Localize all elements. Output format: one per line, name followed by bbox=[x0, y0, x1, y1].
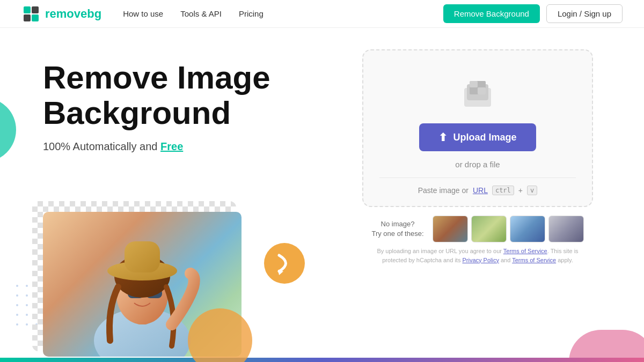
sample-thumb-3[interactable] bbox=[510, 216, 545, 242]
nav-link-how-to-use[interactable]: How to use bbox=[123, 7, 163, 20]
decoration-teal-circle bbox=[0, 98, 16, 162]
upload-arrow-icon: ⬆ bbox=[438, 131, 448, 144]
remove-background-button[interactable]: Remove Background bbox=[443, 4, 540, 23]
nav-link-pricing[interactable]: Pricing bbox=[239, 7, 264, 20]
upload-box: ⬆ Upload Image or drop a file Paste imag… bbox=[362, 49, 593, 207]
sample-thumbs bbox=[433, 216, 584, 242]
kbd-ctrl: ctrl bbox=[492, 186, 514, 195]
arrow-decoration bbox=[263, 242, 306, 287]
example-image-area bbox=[32, 201, 327, 362]
nav-links: How to use Tools & API Pricing bbox=[123, 7, 443, 20]
svg-rect-3 bbox=[32, 14, 39, 21]
svg-rect-22 bbox=[478, 87, 486, 94]
upload-image-button[interactable]: ⬆ Upload Image bbox=[419, 123, 536, 151]
sample-thumb-1[interactable] bbox=[433, 216, 468, 242]
upload-button-label: Upload Image bbox=[453, 132, 516, 143]
sample-thumb-4[interactable] bbox=[548, 216, 584, 242]
terms-text: By uploading an image or URL you agree t… bbox=[370, 247, 585, 264]
hero-title: Remove Image Background bbox=[43, 60, 343, 131]
svg-rect-20 bbox=[478, 81, 486, 87]
paste-prefix: Paste image or bbox=[418, 186, 469, 195]
kbd-plus: + bbox=[518, 186, 523, 195]
logo-icon bbox=[21, 4, 41, 24]
svg-rect-19 bbox=[470, 81, 478, 87]
hero-subtitle: 100% Automatically and Free bbox=[43, 141, 343, 153]
hero-right: ⬆ Upload Image or drop a file Paste imag… bbox=[343, 44, 612, 362]
login-signup-button[interactable]: Login / Sign up bbox=[546, 4, 623, 23]
hero-section: Remove Image Background 100% Automatical… bbox=[0, 28, 644, 362]
svg-rect-13 bbox=[125, 241, 160, 272]
logo-text: removebg bbox=[45, 7, 101, 21]
svg-rect-0 bbox=[24, 6, 31, 13]
upload-icon-area bbox=[456, 72, 499, 115]
sample-label: No image? Try one of these: bbox=[371, 219, 423, 239]
svg-rect-1 bbox=[32, 6, 39, 13]
terms-of-service-link[interactable]: Terms of Service bbox=[503, 248, 547, 254]
svg-rect-2 bbox=[24, 14, 31, 21]
logo[interactable]: removebg bbox=[21, 4, 101, 24]
kbd-v: v bbox=[527, 186, 537, 195]
paste-url-link[interactable]: URL bbox=[473, 186, 488, 195]
privacy-policy-link[interactable]: Privacy Policy bbox=[462, 257, 499, 263]
sample-thumb-2[interactable] bbox=[471, 216, 507, 242]
terms-of-service-2-link[interactable]: Terms of Service bbox=[512, 257, 556, 263]
drop-text: or drop a file bbox=[455, 160, 500, 169]
nav-link-tools-api[interactable]: Tools & API bbox=[180, 7, 222, 20]
sample-row: No image? Try one of these: bbox=[371, 216, 583, 242]
nav-actions: Remove Background Login / Sign up bbox=[443, 4, 623, 23]
hero-left: Remove Image Background 100% Automatical… bbox=[43, 44, 343, 362]
paste-row: Paste image or URL ctrl + v bbox=[379, 178, 576, 195]
svg-rect-21 bbox=[470, 87, 478, 94]
navbar: removebg How to use Tools & API Pricing … bbox=[0, 0, 644, 28]
layers-icon bbox=[459, 75, 496, 112]
